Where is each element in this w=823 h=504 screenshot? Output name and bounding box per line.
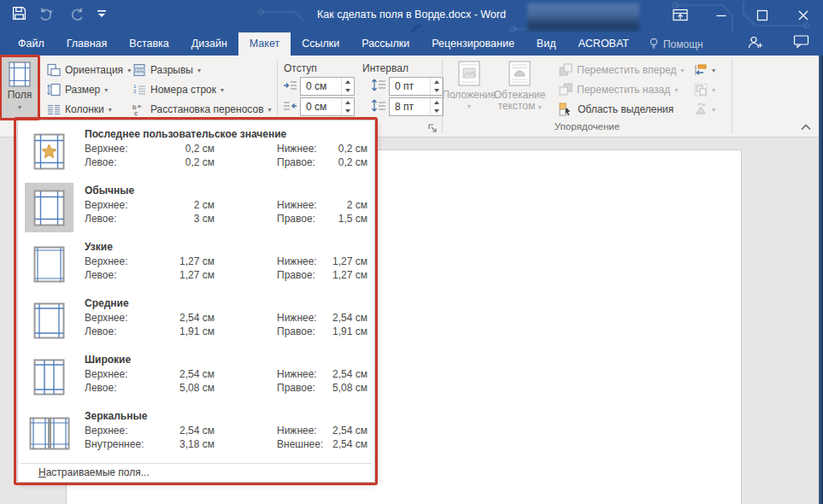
tab-view[interactable]: Вид: [526, 32, 567, 56]
selection-pane-label: Область выделения: [578, 103, 673, 115]
share-button[interactable]: [746, 34, 763, 51]
spacing-before-spinner[interactable]: 0 пт: [389, 77, 444, 96]
bring-forward-label: Переместить вперед: [577, 64, 676, 76]
preset-title: Средние: [85, 297, 367, 312]
orientation-label: Ориентация: [65, 64, 123, 76]
tab-acrobat[interactable]: ACROBAT: [567, 32, 640, 56]
line-numbers-label: Номера строк: [150, 84, 216, 96]
margins-preset-wide[interactable]: Широкие Верхнее:2,54 смНижнее:2,54 см Ле…: [18, 349, 374, 406]
paragraph-dialog-launcher[interactable]: [427, 123, 438, 133]
chevron-down-icon: ▾: [18, 102, 21, 113]
hyphenation-label: Расстановка переносов: [150, 103, 264, 115]
access-key: Н: [38, 466, 46, 478]
chevron-down-icon: ▾: [538, 103, 542, 111]
collapse-ribbon-chevron-icon: [800, 122, 812, 132]
indent-right-spinner[interactable]: 0 см: [300, 97, 355, 116]
size-label: Размер: [65, 84, 100, 96]
tab-mailings[interactable]: Рассылки: [350, 32, 420, 56]
comments-icon: [793, 34, 809, 49]
chevron-down-icon: ▾: [712, 67, 715, 74]
line-numbers-icon: 12: [132, 83, 146, 97]
title-bar: Как сделать поля в Ворде.docx - Word: [0, 0, 823, 32]
orientation-button[interactable]: Ориентация ▾: [47, 61, 131, 79]
align-button[interactable]: ▾: [694, 61, 715, 79]
spacing-before-icon: [371, 78, 386, 93]
blurred-account-name: [527, 3, 639, 31]
position-button: Положение ▾: [448, 61, 491, 112]
indent-right-icon: [283, 99, 297, 113]
bring-forward-button: Переместить вперед ▾: [559, 61, 685, 79]
chevron-down-icon: ▾: [674, 86, 678, 94]
columns-button[interactable]: Колонки ▾: [47, 100, 112, 119]
send-backward-button: Переместить назад ▾: [559, 80, 678, 99]
margins-preset-moderate[interactable]: Средние Верхнее:2,54 смНижнее:2,54 см Ле…: [18, 293, 374, 349]
rotate-objects-icon: [694, 103, 708, 116]
maximize-button[interactable]: [750, 5, 775, 26]
breaks-button[interactable]: Разрывы ▾: [132, 61, 201, 79]
custom-margins-menu-item[interactable]: Настраиваемые поля...: [38, 466, 150, 478]
chevron-down-icon: ▾: [268, 106, 272, 114]
margins-button[interactable]: Поля ▾: [1, 56, 38, 119]
menu-separator: [21, 463, 372, 464]
tab-layout[interactable]: Макет: [238, 32, 291, 56]
align-objects-icon: [694, 63, 708, 77]
margins-preset-custom[interactable]: Последнее пользовательское значение Верх…: [18, 124, 374, 180]
orientation-icon: [47, 63, 61, 77]
mirrored-margins-icon: [25, 408, 73, 458]
spacing-section-label: Интервал: [362, 62, 409, 74]
indent-section-label: Отступ: [284, 62, 317, 74]
comments-button[interactable]: [793, 34, 809, 49]
spacing-after-value: 8 пт: [390, 98, 430, 115]
preset-title: Обычные: [85, 185, 367, 199]
rotate-objects-button: ▾: [694, 100, 715, 119]
spinner-arrows[interactable]: [341, 98, 354, 115]
tab-insert[interactable]: Вставка: [118, 32, 179, 56]
chevron-down-icon: ▾: [712, 106, 715, 114]
margins-dropdown-menu: Последнее пользовательское значение Верх…: [17, 120, 375, 483]
spinner-arrows[interactable]: [341, 78, 354, 95]
preset-title: Последнее пользовательское значение: [85, 128, 367, 143]
collapse-ribbon-button[interactable]: [800, 122, 812, 132]
columns-icon: [47, 103, 61, 116]
normal-margins-icon: [25, 183, 73, 232]
margins-preset-mirrored[interactable]: Зеркальные Верхнее:2,54 смНижнее:2,54 см…: [18, 406, 374, 462]
tell-me-help-tab[interactable]: Помощн: [640, 32, 712, 56]
preset-title: Зеркальные: [85, 410, 367, 425]
spacing-after-spinner[interactable]: 8 пт: [389, 97, 444, 116]
tab-review[interactable]: Рецензирование: [420, 32, 526, 56]
indent-left-spinner[interactable]: 0 см: [300, 77, 355, 96]
spinner-arrows[interactable]: [430, 98, 443, 115]
minimize-button[interactable]: [708, 5, 734, 26]
ribbon-tab-row: Файл Главная Вставка Дизайн Макет Ссылки…: [0, 32, 823, 56]
ribbon-display-options-button[interactable]: [667, 5, 693, 26]
line-numbers-button[interactable]: 12 Номера строк ▾: [132, 80, 224, 99]
moderate-margins-icon: [25, 296, 73, 345]
margins-preset-narrow[interactable]: Узкие Верхнее:1,27 смНижнее:1,27 см Лево…: [18, 237, 374, 293]
minimize-icon: [715, 9, 727, 21]
margins-preset-normal[interactable]: Обычные Верхнее:2 смНижнее:2 см Левое:3 …: [18, 180, 374, 237]
breaks-icon: [132, 63, 146, 77]
narrow-margins-icon: [25, 239, 73, 289]
window-title: Как сделать поля в Ворде.docx - Word: [0, 9, 823, 21]
maximize-icon: [756, 9, 768, 21]
tab-references[interactable]: Ссылки: [291, 32, 350, 56]
close-button[interactable]: [791, 5, 816, 26]
window-right-edge: [819, 56, 823, 504]
tab-home[interactable]: Главная: [56, 32, 119, 56]
hyphenation-icon: ba-c: [132, 103, 146, 116]
svg-text:a-: a-: [138, 103, 142, 108]
group-separator: [732, 58, 732, 133]
group-objects-button: ▾: [694, 80, 715, 99]
custom-margins-star-icon: [25, 126, 73, 176]
wrap-text-icon: [508, 61, 532, 86]
wrap-text-label-line2: текстом ▾: [497, 101, 541, 113]
size-button[interactable]: Размер ▾: [47, 80, 108, 99]
send-backward-icon: [559, 83, 573, 97]
selection-pane-button[interactable]: Область выделения: [559, 100, 673, 119]
spinner-arrows[interactable]: [430, 78, 443, 95]
tab-design[interactable]: Дизайн: [180, 32, 238, 56]
tab-file[interactable]: Файл: [7, 32, 56, 56]
hyphenation-button[interactable]: ba-c Расстановка переносов ▾: [132, 100, 272, 119]
indent-right-value: 0 см: [301, 98, 341, 115]
chevron-down-icon: ▾: [220, 86, 224, 94]
